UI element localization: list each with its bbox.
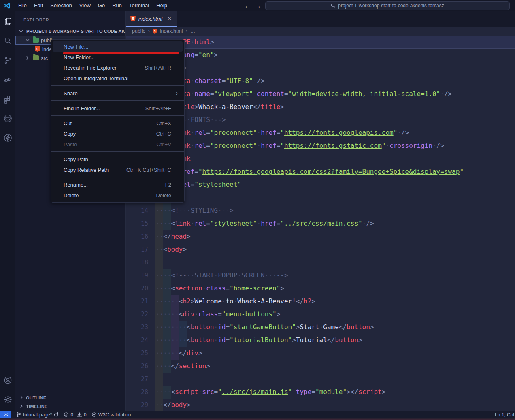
chevron-right-icon bbox=[19, 403, 24, 410]
command-center-search[interactable]: project-1-workshop-start-to-code-akdenis… bbox=[265, 1, 510, 10]
menu-help[interactable]: Help bbox=[153, 0, 171, 11]
tab-label: index.html bbox=[138, 16, 162, 22]
timeline-section[interactable]: TIMELINE bbox=[15, 402, 125, 411]
context-menu-item-copy-path[interactable]: Copy Path bbox=[53, 154, 183, 164]
context-menu-item-paste: PasteCtrl+V bbox=[53, 139, 183, 149]
search-text: project-1-workshop-start-to-code-akdenis… bbox=[338, 3, 444, 9]
menu-item-label: Delete bbox=[64, 192, 79, 198]
menu-item-label: Reveal in File Explorer bbox=[64, 65, 117, 71]
outline-section[interactable]: OUTLINE bbox=[15, 393, 125, 402]
explorer-more-actions-icon[interactable]: ⋯ bbox=[113, 15, 119, 23]
menu-go[interactable]: Go bbox=[94, 0, 109, 11]
cursor-position[interactable]: Ln 1, Col bbox=[495, 412, 514, 418]
context-menu-item-find-in-folder[interactable]: Find in Folder...Shift+Alt+F bbox=[53, 103, 183, 113]
code-line-14[interactable]: 14····<!--·STYLING·--> bbox=[126, 204, 515, 217]
folder-icon bbox=[33, 38, 39, 43]
menu-item-shortcut: Shift+Alt+R bbox=[145, 65, 179, 71]
search-icon bbox=[331, 3, 336, 8]
menu-item-shortcut: F2 bbox=[165, 182, 179, 188]
account-icon[interactable] bbox=[0, 370, 15, 390]
forward-arrow-icon[interactable]: → bbox=[253, 2, 263, 9]
remote-indicator[interactable]: >< bbox=[0, 411, 11, 418]
menu-item-shortcut: Ctrl+X bbox=[157, 120, 179, 126]
thunder-client-icon[interactable] bbox=[0, 128, 15, 147]
code-line-17[interactable]: 17··<body> bbox=[126, 243, 515, 256]
context-menu-item-new-file[interactable]: New File... bbox=[53, 41, 183, 52]
context-menu-item-share[interactable]: Share› bbox=[53, 88, 183, 98]
git-branch-status[interactable]: tutorial-page* bbox=[16, 412, 59, 418]
menu-item-label: Copy Relative Path bbox=[64, 167, 109, 173]
menu-edit[interactable]: Edit bbox=[30, 0, 47, 11]
github-icon[interactable] bbox=[0, 109, 15, 128]
breadcrumb-symbol[interactable]: … bbox=[190, 28, 196, 34]
breadcrumb-public[interactable]: public bbox=[132, 28, 145, 34]
code-line-19[interactable]: 19····<!--··START·POPUP·SCREEN···--> bbox=[126, 269, 515, 282]
context-menu-item-open-in-integrated-terminal[interactable]: Open in Integrated Terminal bbox=[53, 73, 183, 83]
menu-selection[interactable]: Selection bbox=[47, 0, 75, 11]
line-number: 19 bbox=[126, 269, 148, 282]
problems-status[interactable]: 0 0 bbox=[64, 412, 86, 418]
w3c-validation-status[interactable]: W3C validation bbox=[92, 412, 131, 418]
menu-separator bbox=[51, 98, 184, 103]
context-menu-item-copy-relative-path[interactable]: Copy Relative PathCtrl+K Ctrl+Shift+C bbox=[53, 164, 183, 175]
context-menu-item-cut[interactable]: CutCtrl+X bbox=[53, 118, 183, 128]
context-menu-item-reveal-in-file-explorer[interactable]: Reveal in File ExplorerShift+Alt+R bbox=[53, 62, 183, 73]
code-line-23[interactable]: 23········<button·id="startGameButton">S… bbox=[126, 321, 515, 334]
extensions-icon[interactable] bbox=[0, 89, 15, 109]
outline-label: OUTLINE bbox=[26, 395, 46, 400]
source-control-icon[interactable] bbox=[0, 50, 15, 70]
context-menu-item-delete[interactable]: DeleteDelete bbox=[53, 190, 183, 200]
warning-icon bbox=[77, 412, 82, 417]
code-line-29[interactable]: 29··</body> bbox=[126, 399, 515, 411]
menu-view[interactable]: View bbox=[76, 0, 94, 11]
code-line-18[interactable]: 18 bbox=[126, 256, 515, 269]
code-line-28[interactable]: 28····<script·src="../src/js/main.js"·ty… bbox=[126, 386, 515, 399]
menu-run[interactable]: Run bbox=[109, 0, 126, 11]
chevron-right-icon bbox=[19, 394, 24, 401]
back-arrow-icon[interactable]: ← bbox=[242, 2, 253, 9]
line-number: 20 bbox=[126, 282, 148, 295]
status-bar: >< tutorial-page* 0 0 W3C validation Ln … bbox=[0, 411, 515, 418]
run-and-debug-icon[interactable] bbox=[0, 70, 15, 89]
chevron-down-icon bbox=[24, 37, 31, 43]
chevron-right-icon: › bbox=[148, 28, 150, 34]
bottom-edge-strip bbox=[0, 418, 515, 420]
code-line-15[interactable]: 15····<link·rel="stylesheet"·href="../sr… bbox=[126, 217, 515, 230]
close-icon[interactable]: ✕ bbox=[167, 15, 172, 22]
chevron-down-icon bbox=[18, 28, 24, 34]
line-number: 29 bbox=[126, 399, 148, 411]
sync-icon[interactable] bbox=[53, 412, 59, 417]
menu-file[interactable]: File bbox=[15, 0, 30, 11]
code-line-25[interactable]: 25······</div> bbox=[126, 347, 515, 360]
code-line-22[interactable]: 22······<div·class="menu-buttons"> bbox=[126, 308, 515, 321]
search-sidebar-icon[interactable] bbox=[0, 31, 15, 50]
submenu-chevron-icon: › bbox=[176, 90, 179, 96]
line-number: 24 bbox=[126, 334, 148, 347]
error-icon bbox=[64, 412, 69, 417]
line-number: 23 bbox=[126, 321, 148, 334]
breadcrumb-index-html[interactable]: index.html bbox=[160, 28, 183, 34]
menu-item-label: Cut bbox=[64, 120, 72, 126]
code-line-27[interactable]: 27 bbox=[126, 373, 515, 386]
line-number: 14 bbox=[126, 204, 148, 217]
tab-index-html[interactable]: 5 index.html ✕ bbox=[126, 11, 177, 27]
code-line-21[interactable]: 21······<h2>Welcome·to·Whack-A-Beaver!</… bbox=[126, 295, 515, 308]
chevron-right-icon: › bbox=[186, 28, 187, 34]
code-line-24[interactable]: 24········<button·id="tutorialButton">Tu… bbox=[126, 334, 515, 347]
menu-item-label: New Folder... bbox=[64, 54, 95, 60]
context-menu-item-copy[interactable]: CopyCtrl+C bbox=[53, 128, 183, 139]
warning-count: 0 bbox=[84, 412, 87, 418]
code-line-16[interactable]: 16··</head> bbox=[126, 230, 515, 243]
indent-guide bbox=[155, 256, 163, 269]
menu-item-label: Rename... bbox=[64, 182, 88, 188]
menu-terminal[interactable]: Terminal bbox=[126, 0, 153, 11]
explorer-icon[interactable] bbox=[0, 11, 15, 31]
code-line-20[interactable]: 20····<section·class="home-screen"> bbox=[126, 282, 515, 295]
context-menu-item-rename[interactable]: Rename...F2 bbox=[53, 179, 183, 190]
settings-gear-icon[interactable] bbox=[0, 390, 15, 409]
line-number: 22 bbox=[126, 308, 148, 321]
tree-item-project-root[interactable]: PROJECT-1-WORKSHOP-START-TO-CODE-AK... bbox=[15, 27, 125, 36]
w3c-validation-label: W3C validation bbox=[98, 412, 131, 418]
code-line-26[interactable]: 26····</section> bbox=[126, 360, 515, 373]
breadcrumb: public › 5 index.html › … bbox=[126, 27, 515, 36]
